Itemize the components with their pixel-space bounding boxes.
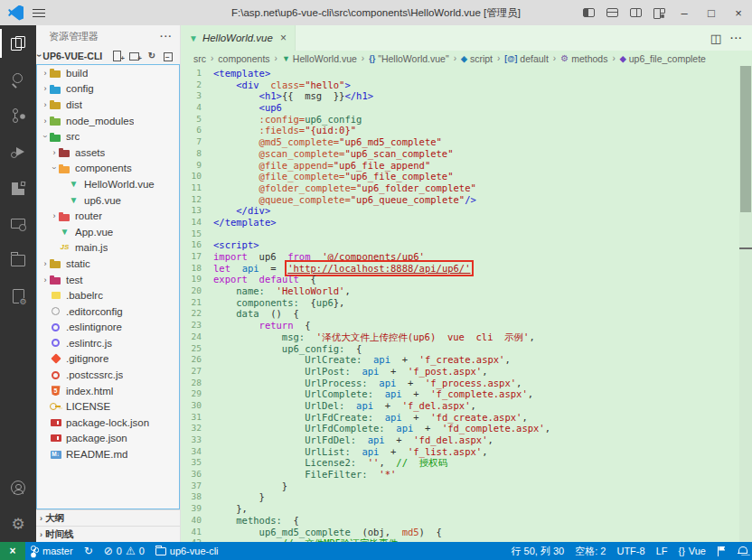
code-line-34[interactable]: 34 UrlList: api + 'f_list.aspx', (181, 446, 739, 458)
code-line-10[interactable]: 10 @file_complete="up6_file_complete" (181, 171, 739, 182)
tree-item-up6.vue[interactable]: ▼up6.vue (37, 192, 179, 209)
code-line-24[interactable]: 24 msg: '泽优大文件上传控件(up6) vue cli 示例', (181, 331, 739, 343)
cursor-position[interactable]: 行 50, 列 30 (506, 542, 570, 560)
tree-item-.babelrc[interactable]: .babelrc (37, 287, 179, 303)
problems-item[interactable]: ⊘ 0 ⚠ 0 (99, 542, 150, 560)
tree-item-build[interactable]: ›build (37, 65, 179, 81)
line-number[interactable]: 34 (181, 446, 213, 458)
tree-item-static[interactable]: ›static (37, 256, 179, 272)
code-line-3[interactable]: 3 <h1>{{ msg }}</h1> (181, 90, 739, 102)
toggle-panel-icon[interactable] (600, 0, 624, 25)
close-button[interactable]: × (725, 0, 752, 25)
code-line-13[interactable]: 13 </div> (181, 205, 739, 217)
tree-item-HelloWorld.vue[interactable]: ▼HelloWorld.vue (37, 176, 179, 192)
refresh-icon[interactable]: ↻ (146, 51, 157, 61)
sync-item[interactable]: ↻ (79, 542, 99, 560)
line-number[interactable]: 14 (181, 217, 213, 229)
line-number[interactable]: 31 (181, 412, 213, 424)
workspace-item[interactable]: up6-vue-cli (150, 542, 224, 560)
line-number[interactable]: 26 (181, 354, 213, 366)
line-number[interactable]: 18 (181, 263, 213, 275)
code-line-35[interactable]: 35 License2: '', // 授权码 (181, 457, 739, 469)
code-line-2[interactable]: 2 <div class="hello"> (181, 79, 739, 91)
tree-item-.eslintignore[interactable]: .eslintignore (37, 320, 179, 336)
timeline-section[interactable]: › 时间线 (36, 526, 180, 542)
code-line-8[interactable]: 8 @scan_complete="up6_scan_complete" (181, 148, 739, 160)
tree-item-.gitignore[interactable]: .gitignore (37, 351, 179, 368)
code-line-29[interactable]: 29 UrlComplete: api + 'f_complete.aspx', (181, 388, 739, 400)
tree-item-config[interactable]: ›config (37, 81, 179, 98)
code-line-40[interactable]: 40 methods: { (181, 515, 739, 527)
tree-item-index.html[interactable]: 5index.html (37, 383, 179, 399)
line-number[interactable]: 1 (181, 68, 213, 79)
tree-item-router[interactable]: ›router (37, 208, 179, 224)
line-number[interactable]: 15 (181, 229, 213, 240)
tab-helloworld-vue[interactable]: ▼ HelloWorld.vue × (181, 25, 296, 51)
editor-scrollbar[interactable] (739, 66, 752, 542)
line-number[interactable]: 37 (181, 481, 213, 492)
code-line-27[interactable]: 27 UrlPost: api + 'f_post.aspx', (181, 366, 739, 378)
breadcrumb-item-methods[interactable]: ⚙methods (560, 53, 607, 64)
line-number[interactable]: 39 (181, 503, 213, 515)
line-number[interactable]: 35 (181, 457, 213, 469)
project-section-header[interactable]: › UP6-VUE-CLI ↻ (36, 47, 180, 64)
split-editor-icon[interactable]: ◫ (710, 32, 721, 45)
line-number[interactable]: 33 (181, 434, 213, 446)
tree-item-package.json[interactable]: package.json (37, 431, 179, 447)
line-number[interactable]: 36 (181, 469, 213, 481)
code-line-19[interactable]: 19export default { (181, 274, 739, 285)
collapse-all-icon[interactable] (164, 51, 174, 61)
line-number[interactable]: 13 (181, 205, 213, 217)
code-line-20[interactable]: 20 name: 'HelloWorld', (181, 285, 739, 297)
breadcrumb-item-script[interactable]: ◈script (461, 53, 493, 64)
code-line-28[interactable]: 28 UrlProcess: api + 'f_process.aspx', (181, 378, 739, 389)
tree-item-test[interactable]: ›test (37, 272, 179, 288)
code-line-12[interactable]: 12 @queue_complete="up6_queue_complete"/… (181, 194, 739, 206)
breadcrumb-item-default[interactable]: [@]default (504, 53, 548, 64)
code-line-1[interactable]: 1<template> (181, 68, 739, 79)
line-number[interactable]: 41 (181, 527, 213, 538)
activity-folder-extension-icon[interactable] (0, 242, 36, 278)
code-line-41[interactable]: 41 up6_md5_complete (obj, md5) { (181, 527, 739, 538)
line-number[interactable]: 7 (181, 136, 213, 148)
new-file-icon[interactable] (112, 51, 123, 61)
code-line-25[interactable]: 25 up6_config: { (181, 343, 739, 355)
activity-explorer-icon[interactable] (0, 25, 36, 61)
line-number[interactable]: 5 (181, 114, 213, 126)
activity-source-control-icon[interactable] (0, 98, 36, 134)
indentation[interactable]: 空格: 2 (569, 542, 611, 560)
line-number[interactable]: 21 (181, 297, 213, 309)
tree-item-components[interactable]: ›components (37, 161, 179, 177)
tree-item-assets[interactable]: ›assets (37, 145, 179, 161)
eol[interactable]: LF (651, 542, 673, 560)
code-line-22[interactable]: 22 data () { (181, 308, 739, 320)
toggle-secondary-sidebar-icon[interactable] (624, 0, 647, 25)
code-line-30[interactable]: 30 UrlDel: api + 'f_del.aspx', (181, 400, 739, 412)
tree-item-.editorconfig[interactable]: .editorconfig (37, 303, 179, 320)
language-mode[interactable]: {} Vue (672, 542, 711, 560)
code-line-23[interactable]: 23 return { (181, 320, 739, 331)
code-editor[interactable]: 1<template>2 <div class="hello">3 <h1>{{… (181, 66, 752, 542)
line-number[interactable]: 19 (181, 274, 213, 285)
tab-close-icon[interactable]: × (280, 32, 287, 44)
line-number[interactable]: 20 (181, 285, 213, 297)
activity-settings-gear-icon[interactable]: ⚙ (0, 506, 36, 542)
breadcrumb-item-up6_file_complete[interactable]: ◆up6_file_complete (620, 53, 706, 64)
line-number[interactable]: 23 (181, 320, 213, 331)
code-line-7[interactable]: 7 @md5_complete="up6_md5_complete" (181, 136, 739, 148)
new-folder-icon[interactable] (129, 51, 140, 61)
code-line-36[interactable]: 36 FileFilter: '*' (181, 469, 739, 481)
line-number[interactable]: 2 (181, 79, 213, 91)
customize-layout-icon[interactable] (647, 0, 671, 25)
line-number[interactable]: 16 (181, 239, 213, 251)
tree-item-main.js[interactable]: JSmain.js (37, 240, 179, 257)
tree-item-.postcssrc.js[interactable]: .postcssrc.js (37, 367, 179, 383)
minimize-button[interactable]: – (671, 0, 698, 25)
code-line-4[interactable]: 4 <up6 (181, 102, 739, 114)
tree-item-App.vue[interactable]: ▼App.vue (37, 224, 179, 240)
line-number[interactable]: 27 (181, 366, 213, 378)
outline-section[interactable]: › 大纲 (36, 509, 180, 526)
line-number[interactable]: 24 (181, 331, 213, 343)
line-number[interactable]: 10 (181, 171, 213, 182)
breadcrumb-item-HelloWorld.vue[interactable]: ▼HelloWorld.vue (282, 53, 357, 64)
